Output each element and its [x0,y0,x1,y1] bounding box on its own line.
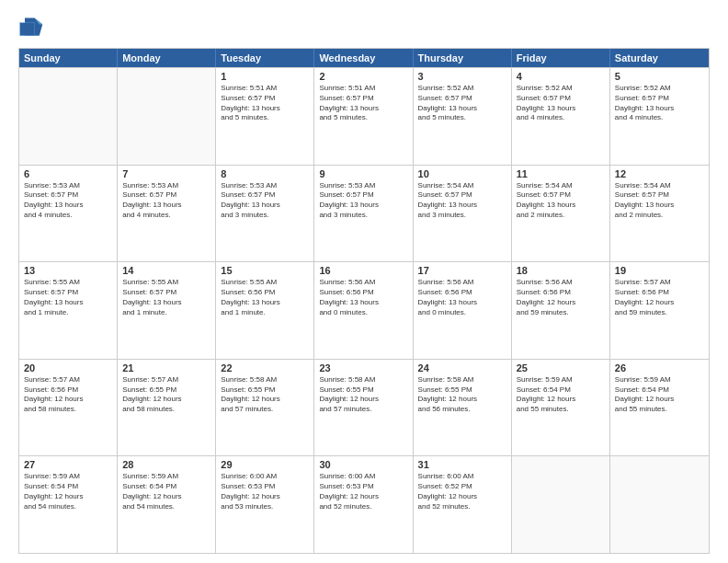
cell-info: Sunrise: 5:55 AM Sunset: 6:56 PM Dayligh… [221,278,309,317]
cell-info: Sunrise: 5:51 AM Sunset: 6:57 PM Dayligh… [221,84,309,123]
calendar-cell: 25Sunrise: 5:59 AM Sunset: 6:54 PM Dayli… [512,360,610,456]
day-number: 11 [517,168,605,179]
day-number: 9 [319,168,407,179]
calendar-cell: 26Sunrise: 5:59 AM Sunset: 6:54 PM Dayli… [610,360,709,456]
calendar-week-5: 27Sunrise: 5:59 AM Sunset: 6:54 PM Dayli… [19,455,709,553]
day-number: 17 [418,265,506,276]
calendar-cell: 29Sunrise: 6:00 AM Sunset: 6:53 PM Dayli… [216,456,314,553]
calendar-cell: 15Sunrise: 5:55 AM Sunset: 6:56 PM Dayli… [216,262,314,359]
cell-info: Sunrise: 5:51 AM Sunset: 6:57 PM Dayligh… [319,84,407,123]
calendar-cell: 31Sunrise: 6:00 AM Sunset: 6:52 PM Dayli… [414,456,512,553]
day-number: 12 [615,168,704,179]
day-number: 3 [418,71,506,82]
day-number: 20 [24,362,112,373]
calendar-cell: 9Sunrise: 5:53 AM Sunset: 6:57 PM Daylig… [314,166,413,262]
calendar-cell [512,456,610,553]
cell-info: Sunrise: 5:59 AM Sunset: 6:54 PM Dayligh… [517,375,605,415]
cell-info: Sunrise: 5:54 AM Sunset: 6:57 PM Dayligh… [517,181,605,221]
day-number: 22 [221,362,309,373]
calendar-week-2: 6Sunrise: 5:53 AM Sunset: 6:57 PM Daylig… [19,165,709,262]
calendar-cell: 23Sunrise: 5:58 AM Sunset: 6:55 PM Dayli… [314,360,413,456]
day-number: 31 [418,459,506,470]
cell-info: Sunrise: 5:59 AM Sunset: 6:54 PM Dayligh… [122,472,210,511]
day-number: 23 [319,362,407,373]
logo [18,15,48,40]
calendar-cell: 10Sunrise: 5:54 AM Sunset: 6:57 PM Dayli… [414,166,512,262]
calendar-cell: 1Sunrise: 5:51 AM Sunset: 6:57 PM Daylig… [216,68,314,165]
calendar-cell: 28Sunrise: 5:59 AM Sunset: 6:54 PM Dayli… [118,456,216,553]
calendar: SundayMondayTuesdayWednesdayThursdayFrid… [18,48,710,554]
calendar-cell: 30Sunrise: 6:00 AM Sunset: 6:53 PM Dayli… [314,456,413,553]
svg-rect-2 [20,23,35,36]
calendar-header-tuesday: Tuesday [216,49,314,67]
cell-info: Sunrise: 5:53 AM Sunset: 6:57 PM Dayligh… [24,181,112,221]
day-number: 15 [221,265,309,276]
calendar-cell: 8Sunrise: 5:53 AM Sunset: 6:57 PM Daylig… [216,166,314,262]
cell-info: Sunrise: 5:53 AM Sunset: 6:57 PM Dayligh… [319,181,407,221]
header [18,15,710,40]
cell-info: Sunrise: 5:56 AM Sunset: 6:56 PM Dayligh… [418,278,506,317]
cell-info: Sunrise: 5:55 AM Sunset: 6:57 PM Dayligh… [24,278,112,317]
cell-info: Sunrise: 5:52 AM Sunset: 6:57 PM Dayligh… [418,84,506,123]
page: SundayMondayTuesdayWednesdayThursdayFrid… [0,0,728,563]
cell-info: Sunrise: 5:59 AM Sunset: 6:54 PM Dayligh… [24,472,112,511]
calendar-body: 1Sunrise: 5:51 AM Sunset: 6:57 PM Daylig… [19,67,709,553]
day-number: 26 [615,362,704,373]
day-number: 29 [221,459,309,470]
cell-info: Sunrise: 5:54 AM Sunset: 6:57 PM Dayligh… [615,181,704,221]
cell-info: Sunrise: 6:00 AM Sunset: 6:53 PM Dayligh… [319,472,407,511]
day-number: 27 [24,459,112,470]
logo-icon [18,15,44,40]
day-number: 2 [319,71,407,82]
calendar-cell: 12Sunrise: 5:54 AM Sunset: 6:57 PM Dayli… [610,166,709,262]
calendar-cell: 17Sunrise: 5:56 AM Sunset: 6:56 PM Dayli… [414,262,512,359]
cell-info: Sunrise: 5:58 AM Sunset: 6:55 PM Dayligh… [221,375,309,415]
calendar-cell: 3Sunrise: 5:52 AM Sunset: 6:57 PM Daylig… [414,68,512,165]
calendar-cell: 6Sunrise: 5:53 AM Sunset: 6:57 PM Daylig… [19,166,118,262]
calendar-cell: 2Sunrise: 5:51 AM Sunset: 6:57 PM Daylig… [314,68,413,165]
calendar-cell: 5Sunrise: 5:52 AM Sunset: 6:57 PM Daylig… [610,68,709,165]
cell-info: Sunrise: 6:00 AM Sunset: 6:52 PM Dayligh… [418,472,506,511]
cell-info: Sunrise: 5:58 AM Sunset: 6:55 PM Dayligh… [418,375,506,415]
day-number: 10 [418,168,506,179]
cell-info: Sunrise: 5:58 AM Sunset: 6:55 PM Dayligh… [319,375,407,415]
calendar-header-row: SundayMondayTuesdayWednesdayThursdayFrid… [19,49,709,67]
cell-info: Sunrise: 5:56 AM Sunset: 6:56 PM Dayligh… [319,278,407,317]
day-number: 13 [24,265,112,276]
cell-info: Sunrise: 5:52 AM Sunset: 6:57 PM Dayligh… [517,84,605,123]
day-number: 1 [221,71,309,82]
day-number: 18 [517,265,605,276]
calendar-header-saturday: Saturday [610,49,709,67]
calendar-cell: 24Sunrise: 5:58 AM Sunset: 6:55 PM Dayli… [414,360,512,456]
calendar-cell: 27Sunrise: 5:59 AM Sunset: 6:54 PM Dayli… [19,456,118,553]
calendar-cell: 13Sunrise: 5:55 AM Sunset: 6:57 PM Dayli… [19,262,118,359]
cell-info: Sunrise: 5:57 AM Sunset: 6:56 PM Dayligh… [615,278,704,317]
calendar-cell [19,68,118,165]
day-number: 14 [122,265,210,276]
calendar-cell: 22Sunrise: 5:58 AM Sunset: 6:55 PM Dayli… [216,360,314,456]
calendar-cell: 11Sunrise: 5:54 AM Sunset: 6:57 PM Dayli… [512,166,610,262]
day-number: 19 [615,265,704,276]
cell-info: Sunrise: 5:57 AM Sunset: 6:55 PM Dayligh… [122,375,210,415]
calendar-cell: 7Sunrise: 5:53 AM Sunset: 6:57 PM Daylig… [118,166,216,262]
day-number: 24 [418,362,506,373]
day-number: 6 [24,168,112,179]
day-number: 16 [319,265,407,276]
calendar-cell: 4Sunrise: 5:52 AM Sunset: 6:57 PM Daylig… [512,68,610,165]
calendar-header-wednesday: Wednesday [314,49,413,67]
cell-info: Sunrise: 6:00 AM Sunset: 6:53 PM Dayligh… [221,472,309,511]
day-number: 4 [517,71,605,82]
calendar-week-1: 1Sunrise: 5:51 AM Sunset: 6:57 PM Daylig… [19,67,709,165]
cell-info: Sunrise: 5:57 AM Sunset: 6:56 PM Dayligh… [24,375,112,415]
calendar-week-3: 13Sunrise: 5:55 AM Sunset: 6:57 PM Dayli… [19,261,709,359]
day-number: 7 [122,168,210,179]
cell-info: Sunrise: 5:54 AM Sunset: 6:57 PM Dayligh… [418,181,506,221]
calendar-header-friday: Friday [512,49,610,67]
cell-info: Sunrise: 5:53 AM Sunset: 6:57 PM Dayligh… [221,181,309,221]
cell-info: Sunrise: 5:56 AM Sunset: 6:56 PM Dayligh… [517,278,605,317]
cell-info: Sunrise: 5:52 AM Sunset: 6:57 PM Dayligh… [615,84,704,123]
calendar-cell [118,68,216,165]
calendar-cell: 21Sunrise: 5:57 AM Sunset: 6:55 PM Dayli… [118,360,216,456]
day-number: 8 [221,168,309,179]
cell-info: Sunrise: 5:53 AM Sunset: 6:57 PM Dayligh… [122,181,210,221]
